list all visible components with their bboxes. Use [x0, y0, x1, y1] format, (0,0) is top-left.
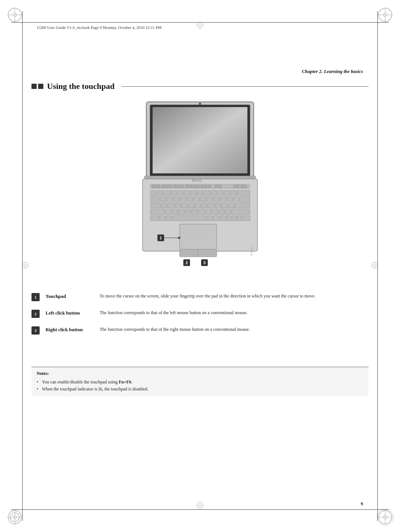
svg-point-33	[199, 103, 201, 105]
svg-rect-88	[175, 203, 181, 208]
svg-rect-70	[237, 190, 250, 196]
label-title-touchpad: Touchpad	[46, 293, 94, 299]
svg-rect-49	[201, 185, 204, 188]
svg-rect-99	[165, 209, 171, 215]
svg-rect-68	[224, 190, 230, 196]
svg-rect-95	[221, 203, 227, 208]
corner-mark-tl	[6, 6, 24, 24]
badge-3: 3	[31, 326, 40, 335]
section-title-line	[122, 86, 369, 87]
svg-rect-74	[173, 197, 179, 202]
svg-rect-60	[171, 190, 177, 196]
section-squares	[31, 84, 43, 89]
section-title-container: Using the touchpad	[31, 82, 369, 91]
label-row-left-click: 2 Left click button The function corresp…	[31, 309, 369, 318]
svg-rect-75	[180, 197, 186, 202]
svg-rect-104	[199, 209, 204, 215]
svg-rect-110	[150, 216, 159, 221]
svg-rect-41	[169, 185, 172, 188]
section-title: Using the touchpad	[47, 82, 114, 91]
svg-rect-85	[150, 203, 161, 208]
svg-rect-115	[213, 216, 219, 221]
svg-rect-43	[177, 185, 180, 188]
svg-rect-108	[225, 209, 231, 215]
svg-text:1: 1	[160, 236, 162, 240]
svg-rect-52	[215, 185, 218, 188]
svg-text:IdeaPad: IdeaPad	[250, 246, 253, 256]
svg-rect-83	[233, 197, 239, 202]
left-border	[22, 11, 23, 521]
svg-rect-106	[212, 209, 218, 215]
svg-rect-97	[235, 203, 250, 208]
svg-rect-55	[241, 185, 247, 188]
notes-section: Notes: You can enable/disable the touchp…	[31, 367, 369, 396]
svg-rect-38	[152, 185, 160, 188]
label-desc-touchpad: To move the cursor on the screen, slide …	[100, 293, 369, 299]
svg-rect-125	[198, 249, 217, 257]
svg-text:2: 2	[186, 260, 188, 265]
svg-rect-116	[220, 216, 226, 221]
svg-rect-91	[195, 203, 201, 208]
label-title-left-click: Left click button	[46, 309, 94, 316]
svg-rect-78	[200, 197, 206, 202]
svg-rect-90	[188, 203, 194, 208]
svg-rect-124	[180, 249, 198, 257]
svg-rect-120	[242, 216, 250, 221]
label-row-touchpad: 1 Touchpad To move the cursor on the scr…	[31, 293, 369, 301]
notes-title: Notes:	[37, 371, 363, 376]
svg-rect-100	[172, 209, 178, 215]
chapter-heading: Chapter 2. Learning the basics	[302, 69, 363, 74]
svg-rect-80	[213, 197, 219, 202]
svg-rect-71	[150, 197, 159, 202]
center-mark-left	[21, 262, 29, 270]
svg-rect-32	[153, 107, 247, 173]
svg-rect-66	[211, 190, 217, 196]
svg-rect-109	[232, 209, 250, 215]
svg-rect-86	[161, 203, 167, 208]
svg-rect-117	[227, 216, 231, 221]
right-border	[377, 11, 378, 521]
note-item-2: When the touchpad indicator is lit, the …	[37, 386, 363, 393]
svg-rect-57	[150, 190, 156, 196]
labels-section: 1 Touchpad To move the cursor on the scr…	[31, 293, 369, 343]
svg-text:3: 3	[203, 260, 206, 265]
svg-rect-82	[227, 197, 233, 202]
svg-rect-47	[193, 185, 196, 188]
svg-rect-73	[167, 197, 173, 202]
label-desc-right-click: The function corresponds to that of the …	[100, 326, 369, 333]
svg-rect-87	[168, 203, 174, 208]
svg-rect-44	[181, 185, 184, 188]
svg-rect-76	[187, 197, 193, 202]
svg-rect-59	[164, 190, 170, 196]
svg-rect-98	[150, 209, 164, 215]
corner-mark-bl	[6, 508, 24, 526]
label-desc-left-click: The function corresponds to that of the …	[100, 309, 369, 316]
notes-list: You can enable/disable the touchpad usin…	[37, 379, 363, 393]
svg-rect-58	[157, 190, 163, 196]
svg-rect-114	[207, 216, 213, 221]
square-icon-1	[31, 84, 37, 89]
svg-rect-81	[220, 197, 226, 202]
note-item-1: You can enable/disable the touchpad usin…	[37, 379, 363, 386]
svg-rect-39	[161, 185, 164, 188]
label-title-right-click: Right click button	[46, 326, 94, 333]
svg-rect-89	[181, 203, 187, 208]
svg-rect-48	[196, 185, 199, 188]
page-header: U260 User Guide V1.0_en.book Page 9 Mond…	[37, 25, 363, 30]
svg-rect-53	[219, 185, 221, 188]
svg-rect-84	[240, 197, 250, 202]
svg-rect-72	[160, 197, 166, 202]
svg-rect-79	[207, 197, 213, 202]
svg-rect-112	[166, 216, 172, 221]
svg-rect-77	[193, 197, 199, 202]
badge-2: 2	[31, 310, 40, 318]
svg-rect-96	[228, 203, 234, 208]
svg-rect-45	[185, 185, 188, 188]
svg-rect-93	[208, 203, 214, 208]
svg-rect-118	[232, 216, 236, 221]
laptop-illustration: lenovo	[122, 98, 278, 277]
laptop-svg: lenovo	[122, 98, 278, 276]
svg-rect-46	[189, 185, 192, 188]
bottom-border	[11, 509, 389, 510]
label-row-right-click: 3 Right click button The function corres…	[31, 326, 369, 335]
